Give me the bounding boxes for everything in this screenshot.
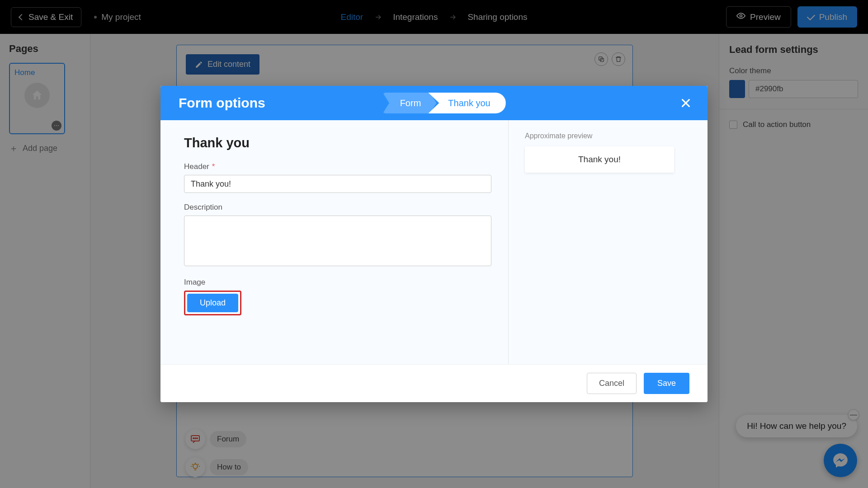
form-options-modal: Form options Form Thank you Thank you He… (160, 86, 708, 402)
section-title: Thank you (184, 136, 485, 150)
modal-step-thank-you[interactable]: Thank you (428, 93, 505, 113)
preview-card: Thank you! (525, 146, 674, 173)
close-icon[interactable] (678, 95, 694, 111)
image-label: Image (184, 278, 485, 287)
header-label: Header* (184, 162, 485, 171)
modal-footer: Cancel Save (160, 364, 708, 402)
description-input[interactable] (184, 216, 491, 266)
upload-highlight-box: Upload (184, 291, 241, 315)
modal-step-form[interactable]: Form (383, 93, 437, 113)
cancel-button[interactable]: Cancel (587, 373, 637, 394)
save-button[interactable]: Save (644, 373, 689, 394)
modal-preview-column: Approximate preview Thank you! (509, 120, 708, 364)
modal-overlay[interactable]: Form options Form Thank you Thank you He… (0, 0, 868, 488)
modal-body: Thank you Header* Description Image Uplo… (160, 120, 708, 364)
modal-title: Form options (179, 95, 265, 111)
preview-card-text: Thank you! (578, 155, 621, 164)
modal-form-column: Thank you Header* Description Image Uplo… (160, 120, 509, 364)
description-label: Description (184, 203, 485, 212)
upload-button[interactable]: Upload (187, 294, 238, 312)
header-input[interactable] (184, 175, 491, 193)
modal-header: Form options Form Thank you (160, 86, 708, 120)
preview-label: Approximate preview (525, 132, 691, 140)
